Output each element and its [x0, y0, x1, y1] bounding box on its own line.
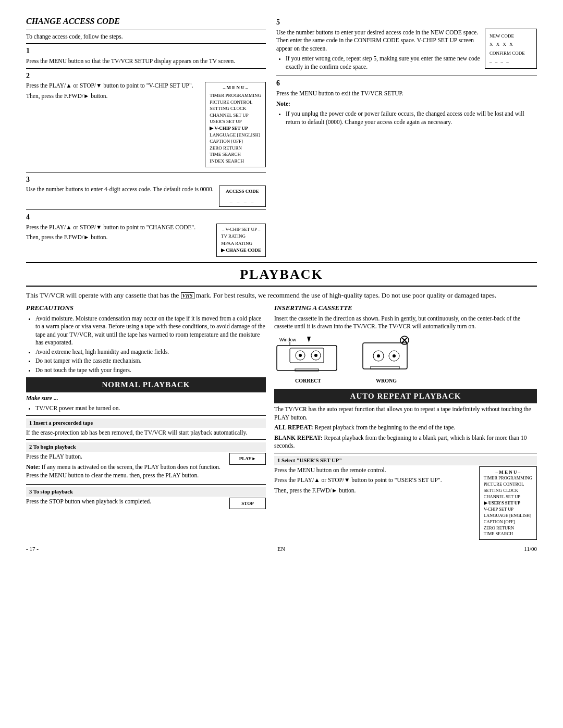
np-step1-label: 1 Insert a prerecorded tape [26, 418, 266, 428]
np-step3-content: STOP Press the STOP button when playback… [26, 498, 266, 509]
step6-text: Press the MENU button to exit the TV/VCR… [276, 90, 537, 98]
np-step3-label: 3 To stop playback [26, 487, 266, 497]
ar-menu-item-2: PICTURE CONTROL [484, 482, 532, 488]
footer-page-num: - 17 - [26, 545, 39, 553]
footer-lang: EN [277, 545, 285, 553]
step1-text: Press the MENU button so that the TV/VCR… [26, 57, 266, 66]
svg-marker-8 [307, 337, 311, 342]
wrong-label: WRONG [358, 377, 415, 385]
vhs-mark: VHS [181, 292, 194, 299]
step4-num: 4 [26, 213, 266, 223]
ar-menu-item-3: SETTING CLOCK [484, 488, 532, 494]
ar-menu-item-5: V-CHIP SET UP [484, 507, 532, 513]
access-code-dashes: _ _ _ _ [224, 197, 261, 204]
new-code-label: NEW CODE [489, 32, 532, 40]
playback-left: PRECAUTIONS Avoid moisture. Moisture con… [26, 303, 266, 540]
precaution-2: Avoid extreme heat, high humidity and ma… [35, 348, 266, 356]
cassette-images: Window CORRECT [274, 335, 537, 385]
ar-menu-item-1: TIMER PROGRAMMING [484, 475, 532, 482]
precaution-4: Do not touch the tape with your fingers. [35, 366, 266, 375]
correct-cassette-svg: Window [274, 335, 342, 374]
step3-content: ACCESS CODE _ _ _ _ Use the number butto… [26, 186, 266, 207]
precaution-3: Do not tamper with the cassette mechanis… [35, 357, 266, 365]
precautions-title: PRECAUTIONS [26, 303, 266, 313]
playback-right: INSERTING A CASSETTE Insert the cassette… [274, 303, 537, 540]
svg-text:Window: Window [279, 337, 297, 342]
inserting-title: INSERTING A CASSETTE [274, 303, 537, 313]
change-access-intro: To change access code, follow the steps. [26, 33, 266, 41]
blank-repeat: BLANK REPEAT: Repeat playback from the b… [274, 434, 537, 450]
vchip-box: – V-CHIP SET UP – TV RATING MPAA RATING … [216, 224, 266, 257]
normal-playback-header: NORMAL PLAYBACK [26, 377, 266, 392]
ar-menu-item-users: ▶ USER'S SET UP [484, 500, 532, 507]
menu-item-1: TIMER PROGRAMMING [210, 92, 261, 99]
ar-menu-box: – M E N U – TIMER PROGRAMMING PICTURE CO… [479, 466, 537, 540]
step1-num: 1 [26, 46, 266, 56]
playback-two-col: PRECAUTIONS Avoid moisture. Moisture con… [26, 303, 537, 540]
step6-note-text: If you unplug the power code or power fa… [286, 110, 537, 126]
menu-item-vchip: ▶ V-CHIP SET UP [210, 125, 261, 132]
ar-menu-item-4: CHANNEL SET UP [484, 494, 532, 500]
np-step2-text2: Note: If any menu is activated on the sc… [26, 463, 266, 479]
all-repeat-label: ALL REPEAT: [274, 424, 313, 430]
ar-step1-label: 1 Select "USER'S SET UP" [274, 456, 537, 465]
auto-repeat-intro: The TV/VCR has the auto repeat function … [274, 405, 537, 422]
correct-cassette: Window CORRECT [274, 335, 342, 385]
precautions-list: Avoid moisture. Moisture condensation ma… [26, 315, 266, 375]
inserting-text: Insert the cassette in the direction as … [274, 315, 537, 331]
menu-item-9: TIME SEARCH [210, 151, 261, 158]
precaution-1: Avoid moisture. Moisture condensation ma… [35, 315, 266, 347]
note-label: Note: [276, 101, 290, 107]
vchip-item-2: MPAA RATING [221, 240, 261, 248]
ar-step1-content: – M E N U – TIMER PROGRAMMING PICTURE CO… [274, 466, 537, 540]
wrong-cassette: WRONG [358, 335, 415, 385]
menu-item-4: CHANNEL SET UP [210, 112, 261, 119]
menu-item-10: INDEX SEARCH [210, 158, 261, 165]
svg-point-7 [314, 354, 317, 357]
np-step2-content: PLAY► Press the PLAY button. Note: If an… [26, 453, 266, 482]
make-sure-item: TV/VCR power must be turned on. [35, 404, 266, 413]
svg-point-17 [393, 354, 396, 357]
svg-rect-3 [290, 348, 324, 363]
svg-point-15 [377, 354, 380, 357]
change-access-code-section: CHANGE ACCESS CODE To change access code… [26, 16, 537, 257]
step4-content: – V-CHIP SET UP – TV RATING MPAA RATING … [26, 224, 266, 257]
step5-num: 5 [276, 18, 537, 28]
menu-item-3: SETTING CLOCK [210, 105, 261, 112]
wrong-cassette-svg [358, 335, 415, 374]
make-sure-list: TV/VCR power must be turned on. [26, 404, 266, 413]
playback-title: PLAYBACK [26, 262, 537, 287]
svg-rect-2 [277, 346, 337, 371]
step6-note: Note: [276, 100, 537, 108]
page-footer: - 17 - EN 11/00 [26, 545, 537, 553]
ar-menu-item-6: LANGUAGE [ENGLISH] [484, 513, 532, 519]
np-step2-label: 2 To begin playback [26, 442, 266, 452]
menu-item-8: ZERO RETURN [210, 145, 261, 152]
right-column: 5 NEW CODE X X X X CONFIRM CODE – – – – … [276, 16, 537, 257]
footer-model: 11/00 [524, 545, 537, 553]
menu-item-5: USER'S SET UP [210, 118, 261, 125]
change-access-title: CHANGE ACCESS CODE [26, 16, 266, 27]
stop-box: STOP [229, 498, 266, 509]
play-box: PLAY► [229, 453, 266, 464]
vchip-item-1: TV RATING [221, 233, 261, 240]
vchip-item-3: ▶ CHANGE CODE [221, 247, 261, 254]
step6-num: 6 [276, 79, 537, 89]
menu-item-7: CAPTION [OFF] [210, 138, 261, 145]
step2-content: – M E N U – TIMER PROGRAMMING PICTURE CO… [26, 82, 266, 169]
blank-repeat-label: BLANK REPEAT: [274, 435, 323, 441]
step2-num: 2 [26, 71, 266, 81]
all-repeat: ALL REPEAT: Repeat playback from the beg… [274, 424, 537, 432]
vchip-title: – V-CHIP SET UP – [221, 226, 261, 233]
menu-item-6: LANGUAGE [ENGLISH] [210, 132, 261, 139]
np-step1-text: If the erase-protection tab has been rem… [26, 429, 266, 437]
correct-label: CORRECT [274, 377, 342, 385]
play-label: PLAY► [234, 455, 261, 462]
all-repeat-text: Repeat playback from the beginning to th… [315, 424, 456, 430]
make-sure: Make sure ... [26, 394, 266, 403]
auto-repeat-header: AUTO REPEAT PLAYBACK [274, 389, 537, 403]
make-sure-label: Make sure ... [26, 395, 58, 401]
ar-menu-item-8: ZERO RETURN [484, 525, 532, 532]
svg-point-5 [299, 354, 302, 357]
playback-intro: This TV/VCR will operate with any casset… [26, 291, 537, 300]
